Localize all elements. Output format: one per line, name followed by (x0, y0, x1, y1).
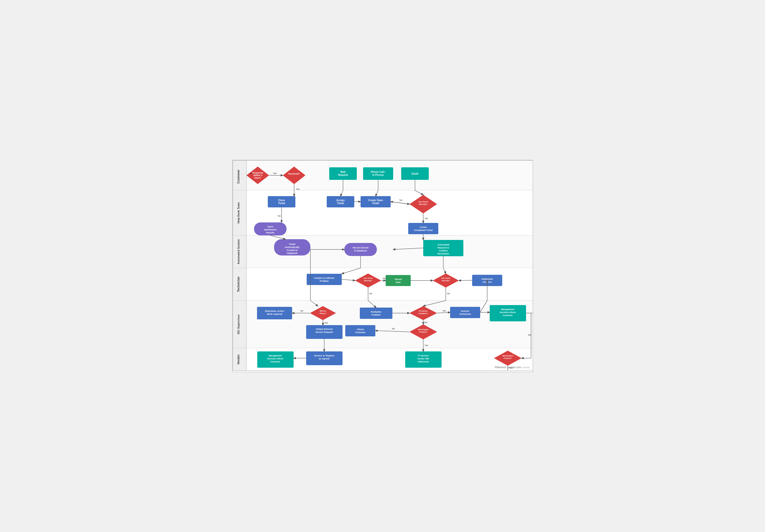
svg-rect-83 (345, 325, 376, 336)
svg-text:Completed Ticket: Completed Ticket (414, 229, 432, 231)
svg-text:No: No (447, 292, 450, 295)
svg-text:Request to: Request to (437, 246, 449, 249)
determine-action-node: Determine, Action Work required (257, 307, 292, 319)
svg-text:Decision Inform: Decision Inform (499, 311, 516, 314)
svg-text:Within 3: Within 3 (253, 174, 262, 176)
svg-text:Create Open: Create Open (368, 199, 383, 202)
svg-text:Yes: Yes (424, 344, 428, 347)
analyze-address-node: Analyze & Address Problem (307, 274, 342, 285)
svg-text:Place?: Place? (320, 312, 326, 315)
svg-text:Store: Store (267, 225, 273, 228)
lane-helpdesk-label: Help Desk Team (237, 202, 240, 223)
svg-text:Yes: Yes (424, 217, 428, 220)
svg-text:Responds: Responds (252, 171, 263, 174)
initiate-external-node: Initiate External Service Request (306, 325, 343, 339)
svg-text:Technician: Technician (459, 313, 471, 315)
flowchart-svg: Customer Help Desk Team Automated System… (233, 160, 533, 371)
svg-text:Addresses: Addresses (417, 361, 429, 363)
svg-rect-26 (408, 223, 438, 234)
svg-text:Stored: Stored (394, 278, 402, 281)
diagram-container: Customer Help Desk Team Automated System… (232, 160, 533, 372)
svg-text:Directly?: Directly? (441, 280, 450, 282)
mgmt-decision-1-node: Management Decision Inform Customer (490, 305, 526, 321)
svg-text:in Database: in Database (354, 249, 367, 252)
svg-text:IT Service: IT Service (418, 355, 428, 357)
svg-text:In Person: In Person (373, 173, 384, 176)
ticket-auto-created-node: Ticket Automatically Created in HelpDesk (274, 239, 311, 255)
svg-text:Problem: Problem (320, 280, 329, 282)
svg-text:Assign: Assign (336, 199, 345, 202)
svg-text:Request: Request (338, 173, 348, 176)
instruct-technician-node: Instruct Technician (450, 307, 480, 318)
automated-request-node: Automated Request to Confirm Resolution (423, 240, 463, 256)
stored-data-node: Stored Data (385, 275, 411, 286)
lane-isc-label: ISC Supervisor (237, 314, 240, 334)
svg-text:Record Stored: Record Stored (353, 246, 368, 249)
svg-text:Create: Create (419, 226, 426, 228)
svg-line-139 (459, 280, 472, 281)
svg-rect-46 (307, 274, 342, 285)
svg-text:Ticket: Ticket (372, 202, 379, 205)
service-replace-node: Service or Replace as Agreed (306, 352, 343, 365)
svg-text:Close: Close (278, 199, 285, 202)
svg-text:Yes: Yes (442, 310, 446, 312)
svg-text:No: No (369, 292, 373, 295)
svg-text:Implement: Implement (481, 278, 493, 280)
evaluates-problem-node: Evaluates Problem (360, 308, 392, 319)
svg-text:Evaluates: Evaluates (371, 311, 381, 313)
create-open-ticket-node: Create Open Ticket (361, 196, 390, 207)
web-request-node: Web Request (329, 167, 357, 180)
svg-rect-73 (450, 307, 480, 318)
svg-text:Can Solve: Can Solve (418, 201, 428, 203)
svg-text:In-House: In-House (419, 310, 427, 312)
svg-text:Confirm: Confirm (439, 249, 447, 252)
svg-text:Created in: Created in (286, 249, 298, 251)
svg-text:Problem: Problem (372, 314, 381, 316)
svg-rect-52 (385, 275, 411, 286)
lane-tech-label: Technician (237, 277, 240, 292)
svg-text:Directly?: Directly? (419, 203, 427, 205)
svg-text:No: No (301, 310, 304, 312)
svg-text:Work required: Work required (267, 313, 282, 315)
svg-text:Data: Data (396, 281, 401, 284)
svg-text:Customer: Customer (270, 361, 280, 363)
svg-text:No: No (424, 321, 427, 324)
svg-text:Management: Management (269, 355, 282, 357)
svg-text:Web: Web (340, 170, 346, 173)
create-completed-ticket-node: Create Completed Ticket (408, 223, 438, 234)
phone-call-node: Phone Call / In Person (363, 167, 393, 180)
svg-text:Instruct: Instruct (461, 310, 469, 312)
svg-rect-67 (360, 308, 392, 319)
mgmt-decision-vendor-node: Management Decision Inform Customer (257, 352, 294, 368)
svg-text:Product?: Product? (419, 331, 427, 333)
svg-text:Yes: Yes (382, 277, 386, 280)
svg-text:Results: Results (266, 231, 274, 234)
reference-text: Reference: yworks.com (495, 366, 521, 369)
svg-text:Email: Email (411, 172, 418, 175)
record-stored-node: Record Stored in Database (344, 243, 377, 256)
svg-text:Directly?: Directly? (364, 280, 372, 282)
svg-text:Yes: Yes (324, 322, 328, 324)
svg-text:Ticket: Ticket (278, 202, 285, 205)
svg-text:Solution?: Solution? (418, 312, 428, 315)
lane-auto-label: Automated System (237, 239, 240, 264)
store-satisfaction-node: Store Satisfaction Results (254, 222, 287, 235)
svg-text:No: No (392, 327, 395, 330)
svg-text:Customer: Customer (503, 314, 513, 317)
svg-text:Service or Replace: Service or Replace (314, 355, 334, 357)
svg-text:Satisfaction: Satisfaction (264, 228, 277, 231)
svg-text:Washington: Washington (502, 355, 513, 357)
svg-text:Resolution: Resolution (437, 252, 449, 255)
close-ticket-node: Close Ticket (268, 196, 295, 207)
svg-text:Initiate External: Initiate External (316, 328, 333, 330)
svg-text:Management: Management (501, 308, 514, 311)
svg-text:No: No (399, 199, 402, 201)
assign-ticket-node: Assign Ticket (327, 196, 354, 207)
branding-text: creately (522, 366, 530, 369)
svg-text:Automated: Automated (437, 243, 449, 246)
svg-text:Can Solve: Can Solve (363, 277, 373, 279)
svg-text:Washington: Washington (418, 328, 428, 331)
svg-text:Ticket: Ticket (289, 243, 295, 245)
svg-text:Automatically: Automatically (285, 246, 300, 248)
svg-text:No: No (278, 215, 281, 217)
